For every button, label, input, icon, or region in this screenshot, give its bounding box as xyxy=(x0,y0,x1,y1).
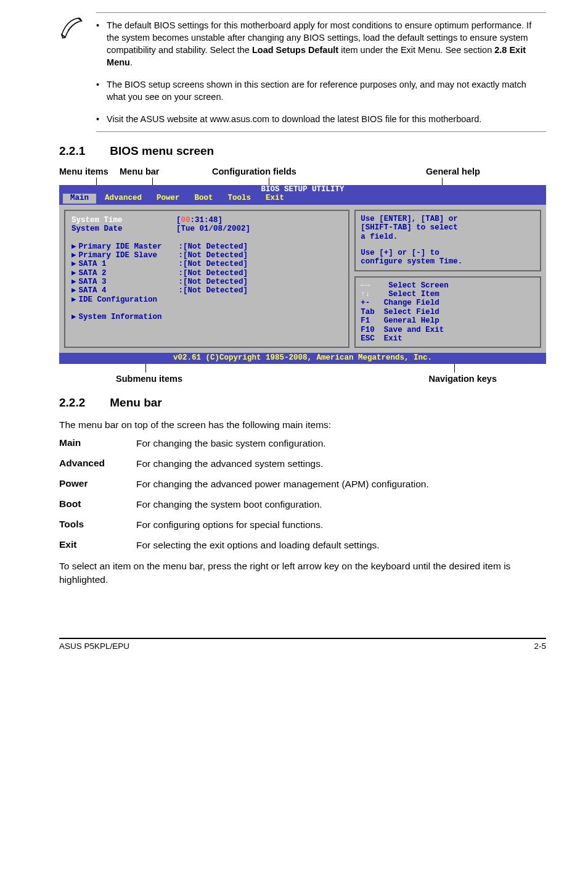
tab-power[interactable]: Power xyxy=(149,194,187,203)
note-item-2: • The BIOS setup screens shown in this s… xyxy=(96,78,546,103)
help-line: Use [ENTER], [TAB] or xyxy=(361,215,535,223)
triangle-right-icon: ▶ xyxy=(71,260,76,268)
bios-screen: BIOS SETUP UTILITY Main Advanced Power B… xyxy=(59,185,546,364)
tab-main[interactable]: Main xyxy=(63,194,96,203)
bios-nav-panel: ←→ Select Screen ↑↓ Select Item +- Chang… xyxy=(354,276,541,349)
nav-text: Select Screen xyxy=(370,281,449,290)
row-sata-4[interactable]: ▶SATA 4:[Not Detected] xyxy=(71,286,342,295)
note-text: . xyxy=(130,57,133,67)
field-label: SATA 4 xyxy=(79,286,179,295)
def-row-tools: ToolsFor configuring options for special… xyxy=(59,519,546,532)
val-suffix: :31:48] xyxy=(190,216,223,225)
bios-menu-bar[interactable]: Main Advanced Power Boot Tools Exit xyxy=(59,194,546,204)
row-primary-ide-slave[interactable]: ▶Primary IDE Slave:[Not Detected] xyxy=(71,251,342,260)
label-general-help: General help xyxy=(360,167,546,176)
section-title: Menu bar xyxy=(110,396,161,410)
def-term: Tools xyxy=(59,519,136,532)
note-item-3: • Visit the ASUS website at www.asus.com… xyxy=(96,113,546,125)
triangle-right-icon: ▶ xyxy=(71,286,76,295)
def-desc: For changing the advanced system setting… xyxy=(136,458,546,471)
field-value: [Tue 01/08/2002] xyxy=(176,225,250,233)
def-row-power: PowerFor changing the advanced power man… xyxy=(59,478,546,491)
nav-text: F10 Save and Exit xyxy=(361,326,444,334)
def-term: Power xyxy=(59,478,136,491)
label-config-fields: Configuration fields xyxy=(212,167,360,176)
def-term: Main xyxy=(59,437,136,450)
intro-text: The menu bar on top of the screen has th… xyxy=(59,418,546,432)
definition-table: MainFor changing the basic system config… xyxy=(59,437,546,552)
triangle-right-icon: ▶ xyxy=(71,295,76,304)
def-row-exit: ExitFor selecting the exit options and l… xyxy=(59,539,546,552)
field-value: :[Not Detected] xyxy=(179,251,248,260)
def-row-boot: BootFor changing the system boot configu… xyxy=(59,498,546,511)
def-term: Exit xyxy=(59,539,136,552)
field-value: :[Not Detected] xyxy=(179,242,248,251)
field-value: :[Not Detected] xyxy=(179,269,248,278)
note-text: The BIOS setup screens shown in this sec… xyxy=(107,78,546,103)
field-label: Primary IDE Master xyxy=(79,242,179,251)
label-submenu-items: Submenu items xyxy=(116,374,182,384)
field-label: System Information xyxy=(79,313,162,321)
def-row-advanced: AdvancedFor changing the advanced system… xyxy=(59,458,546,471)
select-text: To select an item on the menu bar, press… xyxy=(59,559,546,586)
note-text: Visit the ASUS website at www.asus.com t… xyxy=(107,113,481,125)
val-prefix: [ xyxy=(176,216,181,225)
section-number: 2.2.1 xyxy=(59,144,85,158)
field-value: :[Not Detected] xyxy=(179,278,248,286)
row-sata-3[interactable]: ▶SATA 3:[Not Detected] xyxy=(71,278,342,286)
bullet-icon: • xyxy=(96,19,99,68)
tab-exit[interactable]: Exit xyxy=(258,194,292,203)
section-heading-221: 2.2.1 BIOS menu screen xyxy=(59,144,546,158)
field-value: :[Not Detected] xyxy=(179,260,248,268)
bios-help-panel: Use [ENTER], [TAB] or [SHIFT-TAB] to sel… xyxy=(354,210,541,271)
nav-text: F1 General Help xyxy=(361,316,439,325)
help-line: Use [+] or [-] to xyxy=(361,249,535,257)
row-sata-2[interactable]: ▶SATA 2:[Not Detected] xyxy=(71,269,342,278)
field-label: Primary IDE Slave xyxy=(79,251,179,260)
field-label: SATA 3 xyxy=(79,278,179,286)
bios-main-panel: System Time[00:31:48] System Date[Tue 01… xyxy=(64,210,349,349)
row-system-info[interactable]: ▶System Information xyxy=(71,313,342,321)
def-desc: For configuring options for special func… xyxy=(136,519,546,532)
def-desc: For changing the system boot configurati… xyxy=(136,498,546,511)
section-heading-222: 2.2.2 Menu bar xyxy=(59,396,546,410)
row-system-time[interactable]: System Time[00:31:48] xyxy=(71,216,342,225)
tab-advanced[interactable]: Advanced xyxy=(97,194,149,203)
def-term: Advanced xyxy=(59,458,136,471)
field-label: IDE Configuration xyxy=(79,295,158,304)
nav-text: Select Item xyxy=(370,290,439,299)
def-term: Boot xyxy=(59,498,136,511)
val-highlight[interactable]: 00 xyxy=(181,216,190,225)
bios-footer: v02.61 (C)Copyright 1985-2008, American … xyxy=(59,353,546,363)
triangle-right-icon: ▶ xyxy=(71,242,76,251)
label-menu-bar: Menu bar xyxy=(120,167,212,176)
arrows-ud-icon: ↑↓ xyxy=(361,290,370,299)
triangle-right-icon: ▶ xyxy=(71,313,76,321)
bios-diagram: Menu items Menu bar Configuration fields… xyxy=(59,167,546,384)
tab-boot[interactable]: Boot xyxy=(187,194,221,203)
def-desc: For changing the advanced power manageme… xyxy=(136,478,546,491)
nav-text: ESC Exit xyxy=(361,334,402,343)
row-ide-config[interactable]: ▶IDE Configuration xyxy=(71,295,342,304)
field-label: System Time xyxy=(71,216,176,225)
section-title: BIOS menu screen xyxy=(110,144,214,158)
page-footer: ASUS P5KPL/EPU 2-5 xyxy=(59,638,546,651)
row-system-date[interactable]: System Date[Tue 01/08/2002] xyxy=(71,225,342,233)
help-line: configure system Time. xyxy=(361,257,535,266)
bullet-icon: • xyxy=(96,113,99,125)
def-row-main: MainFor changing the basic system config… xyxy=(59,437,546,450)
nav-text: Tab Select Field xyxy=(361,308,439,316)
tab-tools[interactable]: Tools xyxy=(221,194,259,203)
footer-page-number: 2-5 xyxy=(534,642,546,651)
section-number: 2.2.2 xyxy=(59,396,85,410)
row-sata-1[interactable]: ▶SATA 1:[Not Detected] xyxy=(71,260,342,268)
field-value: :[Not Detected] xyxy=(179,286,248,295)
def-desc: For selecting the exit options and loadi… xyxy=(136,539,546,552)
note-bold: Load Setups Default xyxy=(252,45,338,55)
label-navigation-keys: Navigation keys xyxy=(429,374,497,384)
note-block: • The default BIOS settings for this mot… xyxy=(59,12,546,132)
footer-left: ASUS P5KPL/EPU xyxy=(59,642,129,651)
help-line: [SHIFT-TAB] to select xyxy=(361,223,535,232)
def-desc: For changing the basic system configurat… xyxy=(136,437,546,450)
row-primary-ide-master[interactable]: ▶Primary IDE Master:[Not Detected] xyxy=(71,242,342,251)
